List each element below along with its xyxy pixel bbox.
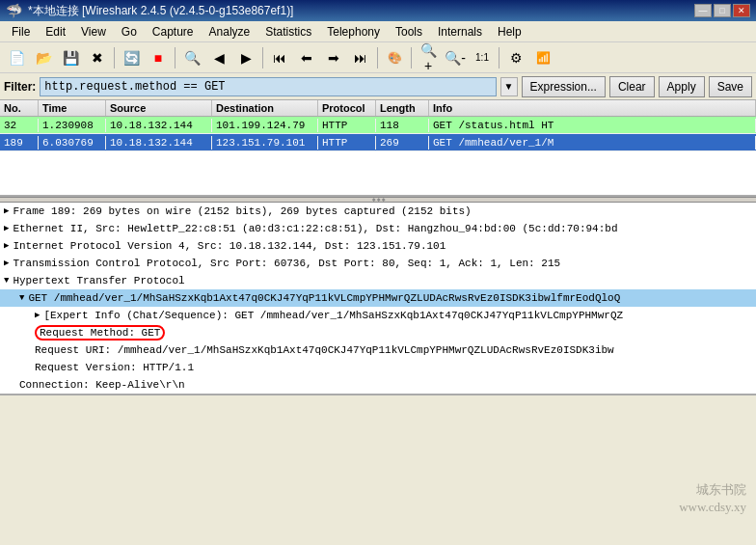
sep3 [262,47,263,68]
cell-no: 32 [0,119,39,132]
toolbar-find[interactable]: 🔍 [179,45,204,70]
close-button[interactable]: ✕ [733,4,750,17]
toolbar-prev[interactable]: ◀ [206,45,231,70]
packet-list: No. Time Source Destination Protocol Len… [0,100,756,197]
expand-frame[interactable]: ▶ [4,204,9,219]
filter-label: Filter: [4,80,36,94]
filter-input[interactable] [40,77,496,96]
request-method-line: Request Method: GET [0,324,756,341]
ip-line: Internet Protocol Version 4, Src: 10.18.… [13,238,446,254]
toolbar-jump-prev[interactable]: ⬅ [294,45,319,70]
toolbar-close[interactable]: ✖ [85,45,110,70]
col-header-no: No. [0,100,39,116]
app-icon: 🦈 [6,3,22,18]
menu-capture[interactable]: Capture [145,23,202,41]
menu-statistics[interactable]: Statistics [257,23,319,41]
http-section-header[interactable]: ▼ Hypertext Transfer Protocol [0,272,756,289]
toolbar-zoom-in[interactable]: 🔍+ [416,45,441,70]
packet-row[interactable]: 189 6.030769 10.18.132.144 123.151.79.10… [0,134,756,151]
toolbar-zoom-out[interactable]: 🔍- [443,45,468,70]
menu-telephony[interactable]: Telephony [319,23,388,41]
request-uri-section: Request URI: /mmhead/ver_1/MhSaHSzxKqb1A… [0,341,756,359]
col-header-src: Source [106,100,212,116]
expand-ethernet[interactable]: ▶ [4,221,9,236]
menu-file[interactable]: File [4,23,38,41]
cell-proto: HTTP [318,119,376,132]
request-method-label: Request Method: GET [35,325,165,341]
sep5 [411,47,412,68]
cell-no: 189 [0,136,39,150]
menu-bar: File Edit View Go Capture Analyze Statis… [0,21,756,42]
filter-bar: Filter: ▼ Expression... Clear Apply Save [0,73,756,100]
watermark: 城东书院 www.cdsy.xy [679,481,746,516]
expand-http-get[interactable]: ▼ [19,290,24,306]
cell-time: 1.230908 [39,119,106,132]
toolbar-stop[interactable]: ■ [146,45,171,70]
sep1 [114,47,115,68]
ip-section[interactable]: ▶ Internet Protocol Version 4, Src: 10.1… [0,237,756,255]
tcp-section[interactable]: ▶ Transmission Control Protocol, Src Por… [0,255,756,272]
toolbar-jump-last[interactable]: ⏭ [348,45,373,70]
title-controls: — □ ✕ [694,4,750,17]
connection-section: Connection: Keep-Alive\r\n [0,376,756,394]
cell-len: 118 [376,119,429,132]
title-text: *本地连接 [Wireshark 2.4.5 (v2.4.5-0-g153e86… [28,3,293,19]
cell-proto: HTTP [318,136,376,150]
save-button[interactable]: Save [709,76,752,97]
toolbar-next[interactable]: ▶ [233,45,258,70]
expand-http[interactable]: ▼ [4,273,9,288]
packet-details[interactable]: ▶ Frame 189: 269 bytes on wire (2152 bit… [0,203,756,395]
toolbar-wifi[interactable]: 📶 [530,45,555,70]
toolbar-jump-next[interactable]: ➡ [321,45,346,70]
maximize-button[interactable]: □ [714,4,731,17]
toolbar-refresh[interactable]: 🔄 [119,45,144,70]
http-get-section[interactable]: ▼ GET /mmhead/ver_1/MhSaHSzxKqb1Axt47q0C… [0,289,756,307]
toolbar-jump-first[interactable]: ⏮ [267,45,292,70]
apply-button[interactable]: Apply [659,76,705,97]
clear-button[interactable]: Clear [609,76,655,97]
col-header-len: Length [376,100,429,116]
cell-info: GET /status.html HT [429,119,756,132]
menu-analyze[interactable]: Analyze [202,23,258,41]
sep2 [175,47,176,68]
request-uri-text: Request URI: /mmhead/ver_1/MhSaHSzxKqb1A… [35,342,614,358]
toolbar-new[interactable]: 📄 [4,45,29,70]
packet-list-header: No. Time Source Destination Protocol Len… [0,100,756,117]
expand-tcp[interactable]: ▶ [4,256,9,271]
request-method-value: Request Method: GET [35,325,165,341]
frame-line: Frame 189: 269 bytes on wire (2152 bits)… [13,204,471,219]
menu-internals[interactable]: Internals [430,23,490,41]
menu-go[interactable]: Go [114,23,145,41]
expand-expert-info[interactable]: ▶ [35,308,40,323]
col-header-dst: Destination [212,100,318,116]
sep4 [377,47,378,68]
filter-dropdown[interactable]: ▼ [500,77,518,96]
useragent-text: User-Agent: WinHttpClient\r\n [19,395,203,395]
col-header-time: Time [39,100,106,116]
ethernet-section[interactable]: ▶ Ethernet II, Src: HewlettP_22:c8:51 (a… [0,220,756,237]
cell-len: 269 [376,136,429,150]
toolbar-zoom-reset[interactable]: 1:1 [470,45,495,70]
expert-info-section[interactable]: ▶ [Expert Info (Chat/Sequence): GET /mmh… [0,307,756,324]
toolbar-open[interactable]: 📂 [31,45,56,70]
menu-tools[interactable]: Tools [388,23,430,41]
useragent-section: User-Agent: WinHttpClient\r\n [0,394,756,395]
frame-section[interactable]: ▶ Frame 189: 269 bytes on wire (2152 bit… [0,203,756,220]
request-version-text: Request Version: HTTP/1.1 [35,360,194,375]
menu-view[interactable]: View [73,23,114,41]
tcp-line: Transmission Control Protocol, Src Port:… [13,256,560,271]
toolbar-settings[interactable]: ⚙ [503,45,528,70]
packet-row[interactable]: 32 1.230908 10.18.132.144 101.199.124.79… [0,117,756,134]
expand-ip[interactable]: ▶ [4,238,9,254]
expression-button[interactable]: Expression... [522,76,606,97]
request-version-section: Request Version: HTTP/1.1 [0,359,756,376]
toolbar: 📄 📂 💾 ✖ 🔄 ■ 🔍 ◀ ▶ ⏮ ⬅ ➡ ⏭ 🎨 🔍+ 🔍- 1:1 ⚙ … [0,42,756,73]
http-label: Hypertext Transfer Protocol [13,273,184,288]
minimize-button[interactable]: — [694,4,712,17]
http-get-line: GET /mmhead/ver_1/MhSaHSzxKqb1Axt47q0CKJ… [28,290,620,306]
menu-help[interactable]: Help [490,23,529,41]
menu-edit[interactable]: Edit [38,23,73,41]
toolbar-save[interactable]: 💾 [58,45,83,70]
toolbar-colorize[interactable]: 🎨 [382,45,407,70]
cell-info: GET /mmhead/ver_1/M [429,136,756,150]
